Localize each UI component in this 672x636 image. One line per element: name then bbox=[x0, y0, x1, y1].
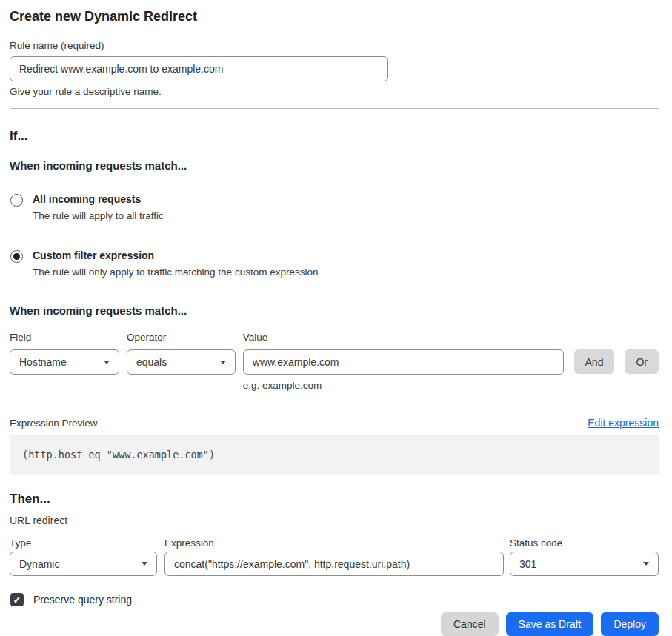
redirect-config-row: Type Dynamic Expression Status code 301 bbox=[10, 537, 659, 576]
and-button[interactable]: And bbox=[574, 349, 615, 374]
rule-name-label: Rule name (required) bbox=[10, 39, 659, 52]
chevron-down-icon bbox=[220, 361, 226, 364]
radio-label-all-incoming: All incoming requests bbox=[33, 193, 164, 206]
field-select[interactable]: Hostname bbox=[10, 349, 119, 375]
rule-name-section: Rule name (required) Give your rule a de… bbox=[10, 39, 659, 98]
radio-label-custom-filter: Custom filter expression bbox=[33, 250, 318, 262]
url-redirect-label: URL redirect bbox=[10, 515, 659, 526]
operator-label: Operator bbox=[127, 331, 236, 344]
operator-select-value: equals bbox=[136, 356, 167, 368]
radio-button-all-incoming[interactable] bbox=[10, 194, 23, 207]
preserve-query-label: Preserve query string bbox=[33, 594, 132, 606]
type-select-value: Dynamic bbox=[19, 558, 59, 570]
radio-description-all-incoming: The rule will apply to all traffic bbox=[33, 210, 164, 222]
radio-option-custom-filter-expression[interactable]: Custom filter expression The rule will o… bbox=[10, 250, 659, 278]
rule-name-help: Give your rule a descriptive name. bbox=[10, 85, 659, 98]
cancel-button[interactable]: Cancel bbox=[441, 612, 499, 636]
chevron-down-icon bbox=[643, 562, 649, 566]
field-select-value: Hostname bbox=[19, 356, 67, 368]
status-code-label: Status code bbox=[510, 537, 659, 549]
redirect-expression-label: Expression bbox=[164, 537, 504, 549]
chevron-down-icon bbox=[142, 562, 147, 566]
chevron-down-icon bbox=[104, 361, 110, 364]
type-label: Type bbox=[10, 537, 157, 549]
operator-select[interactable]: equals bbox=[127, 349, 236, 375]
filter-match-heading: When incoming requests match... bbox=[10, 304, 659, 318]
type-select[interactable]: Dynamic bbox=[10, 552, 157, 576]
edit-expression-link[interactable]: Edit expression bbox=[588, 417, 659, 429]
status-code-select[interactable]: 301 bbox=[510, 552, 659, 576]
deploy-button[interactable]: Deploy bbox=[601, 612, 659, 636]
radio-button-custom-filter[interactable] bbox=[10, 250, 23, 263]
or-button[interactable]: Or bbox=[625, 349, 659, 374]
field-label: Field bbox=[10, 331, 119, 344]
expression-preview-label: Expression Preview bbox=[10, 417, 98, 429]
save-as-draft-button[interactable]: Save as Draft bbox=[506, 612, 594, 636]
incoming-requests-match-heading: When incoming requests match... bbox=[10, 159, 659, 173]
preserve-query-checkbox[interactable]: ✓ bbox=[10, 593, 24, 606]
value-label: Value bbox=[243, 331, 564, 344]
rule-name-input[interactable] bbox=[10, 56, 388, 81]
then-section-heading: Then... bbox=[10, 491, 659, 506]
check-icon: ✓ bbox=[13, 595, 21, 605]
radio-description-custom-filter: The rule will only apply to traffic matc… bbox=[33, 266, 318, 278]
expression-preview-box: (http.host eq "www.example.com") bbox=[10, 435, 659, 475]
if-section-heading: If... bbox=[10, 128, 659, 144]
radio-option-all-incoming-requests[interactable]: All incoming requests The rule will appl… bbox=[10, 193, 659, 222]
value-input[interactable] bbox=[243, 349, 564, 375]
filter-builder-row: Field Hostname Operator equals Value e.g… bbox=[10, 331, 659, 392]
status-code-select-value: 301 bbox=[519, 558, 536, 570]
value-help: e.g. example.com bbox=[243, 379, 564, 392]
expression-preview-code: (http.host eq "www.example.com") bbox=[22, 448, 646, 461]
redirect-expression-input[interactable] bbox=[164, 552, 504, 576]
form-actions: Cancel Save as Draft Deploy bbox=[10, 612, 659, 636]
create-dynamic-redirect-form: Create new Dynamic Redirect Rule name (r… bbox=[0, 0, 672, 636]
preserve-query-row[interactable]: ✓ Preserve query string bbox=[10, 593, 659, 606]
section-divider bbox=[10, 108, 659, 109]
page-title: Create new Dynamic Redirect bbox=[10, 9, 659, 24]
